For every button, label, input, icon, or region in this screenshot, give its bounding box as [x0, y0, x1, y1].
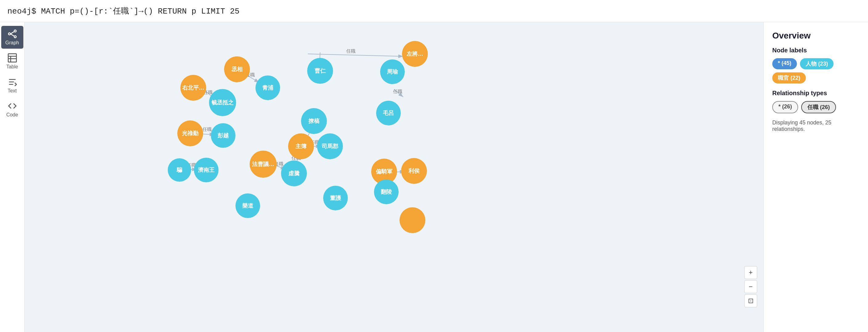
zoom-controls: + − ⊡: [744, 266, 757, 307]
zoom-in-button[interactable]: +: [744, 266, 757, 279]
svg-text:董護: 董護: [330, 195, 341, 201]
sidebar: Graph Table Text Code: [0, 22, 25, 332]
svg-text:丞相: 丞相: [231, 66, 243, 72]
relationship-badges: * (26) 任職 (26): [772, 101, 859, 113]
sidebar-text-label: Text: [8, 88, 17, 94]
sidebar-item-code[interactable]: Code: [1, 98, 23, 121]
svg-text:濟南王: 濟南王: [198, 167, 215, 173]
svg-text:翻陵: 翻陵: [380, 189, 392, 195]
svg-text:光祿勤: 光祿勤: [182, 130, 198, 137]
svg-line-17: [308, 54, 403, 56]
svg-text:法曹議…: 法曹議…: [252, 161, 274, 167]
svg-text:偏騎軍: 偏騎軍: [375, 169, 393, 175]
svg-text:彭越: 彭越: [217, 132, 229, 139]
graph-icon: [7, 29, 17, 39]
graph-svg: 任職 任職 任職 任職 任職 任職 任職 任職 任職 任職: [25, 22, 763, 332]
svg-text:騙: 騙: [176, 167, 182, 173]
relationship-types-title: Relationship types: [772, 90, 859, 97]
overview-title: Overview: [772, 31, 859, 41]
code-icon: [7, 101, 17, 111]
svg-text:樂道: 樂道: [242, 203, 254, 209]
svg-text:曹仁: 曹仁: [315, 68, 326, 74]
svg-text:周瑜: 周瑜: [386, 69, 398, 75]
svg-text:毛呂: 毛呂: [383, 110, 394, 116]
graph-area[interactable]: 任職 任職 任職 任職 任職 任職 任職 任職 任職 任職: [25, 22, 763, 332]
svg-text:司馬郡: 司馬郡: [322, 143, 338, 149]
svg-text:右北平…: 右北平…: [182, 85, 205, 91]
svg-point-2: [14, 36, 16, 38]
svg-point-1: [14, 30, 16, 32]
display-info: Displaying 45 nodes, 25 relationships.: [772, 120, 859, 132]
badge-renzhi[interactable]: 任職 (26): [801, 101, 836, 113]
svg-point-0: [8, 33, 10, 35]
node-labels-title: Node labels: [772, 47, 859, 54]
zoom-fit-button[interactable]: ⊡: [744, 295, 757, 307]
sidebar-item-text[interactable]: Text: [1, 74, 23, 97]
zoom-out-button[interactable]: −: [744, 280, 757, 293]
svg-text:虛騰: 虛騰: [288, 170, 300, 177]
svg-text:任職: 任職: [346, 48, 355, 54]
svg-text:任職: 任職: [202, 127, 212, 132]
svg-text:任職: 任職: [393, 89, 402, 94]
svg-line-3: [10, 32, 14, 34]
svg-rect-5: [8, 54, 16, 62]
svg-text:利侯: 利侯: [408, 168, 420, 174]
node-partial-bottom[interactable]: [400, 207, 425, 233]
sidebar-code-label: Code: [6, 112, 18, 118]
sidebar-item-graph[interactable]: Graph: [1, 26, 23, 49]
badge-renwu[interactable]: 人物 (23): [800, 58, 834, 69]
sidebar-item-table[interactable]: Table: [1, 50, 23, 73]
sidebar-table-label: Table: [6, 64, 18, 70]
badge-all-nodes[interactable]: * (45): [772, 58, 797, 69]
svg-text:主簿: 主簿: [296, 143, 307, 149]
svg-text:左將…: 左將…: [406, 51, 423, 57]
sidebar-graph-label: Graph: [5, 40, 19, 46]
svg-line-4: [10, 34, 14, 36]
node-labels-badges: * (45) 人物 (23) 職官 (22): [772, 58, 859, 84]
query-bar: neo4j$ MATCH p=()-[r:`任職`]→() RETURN p L…: [0, 0, 868, 22]
badge-zhiguan[interactable]: 職官 (22): [772, 72, 806, 84]
badge-all-rel[interactable]: * (26): [772, 101, 798, 113]
query-text: neo4j$ MATCH p=()-[r:`任職`]→() RETURN p L…: [7, 5, 240, 16]
svg-text:青浦: 青浦: [262, 85, 273, 91]
overview-panel: Overview Node labels * (45) 人物 (23) 職官 (…: [763, 22, 868, 332]
table-icon: [7, 53, 17, 63]
text-icon: [7, 77, 17, 87]
svg-text:毓丞抵之: 毓丞抵之: [212, 99, 234, 105]
svg-text:撩槁: 撩槁: [308, 118, 320, 124]
